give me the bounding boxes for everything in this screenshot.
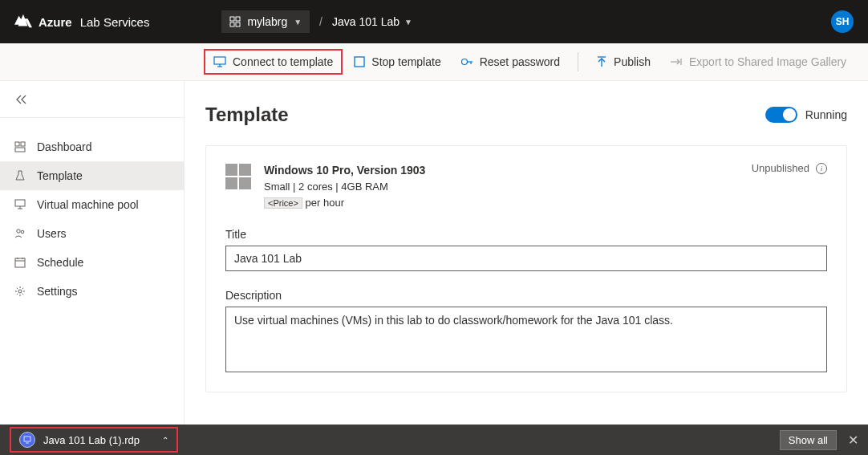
rg-name: mylabrg — [247, 15, 287, 28]
sidebar-item-users[interactable]: Users — [0, 219, 184, 248]
brand-strong: Azure — [39, 15, 72, 29]
publish-button[interactable]: Publish — [588, 51, 659, 73]
collapse-sidebar-button[interactable] — [0, 81, 184, 118]
users-icon — [14, 228, 27, 239]
sidebar-item-schedule[interactable]: Schedule — [0, 248, 184, 277]
sidebar-item-label: Users — [37, 227, 67, 240]
collapse-icon — [14, 94, 29, 105]
main-content: Template Running Windows 10 Pro, Version… — [185, 81, 868, 425]
close-icon[interactable]: ✕ — [848, 433, 858, 448]
running-toggle-group: Running — [765, 107, 847, 123]
svg-rect-7 — [355, 57, 364, 67]
connect-to-template-button[interactable]: Connect to template — [204, 49, 343, 75]
azure-logo-icon — [14, 14, 32, 30]
reset-password-button[interactable]: Reset password — [452, 51, 568, 73]
export-icon — [670, 57, 683, 67]
sidebar-item-label: Dashboard — [37, 140, 92, 153]
svg-point-27 — [18, 290, 22, 293]
svg-rect-15 — [15, 142, 19, 146]
monitor-icon — [14, 199, 27, 210]
chevron-down-icon: ▼ — [404, 18, 412, 26]
connect-label: Connect to template — [233, 55, 333, 68]
chevron-down-icon: ▼ — [294, 18, 302, 26]
svg-rect-18 — [15, 200, 25, 206]
svg-rect-0 — [230, 17, 234, 21]
gear-icon — [14, 286, 27, 297]
resource-group-selector[interactable]: mylabrg ▼ — [221, 10, 310, 33]
reset-label: Reset password — [480, 55, 560, 68]
svg-point-21 — [17, 230, 20, 233]
sidebar-item-label: Settings — [37, 285, 78, 298]
svg-rect-4 — [214, 57, 225, 64]
avatar[interactable]: SH — [831, 10, 854, 33]
running-toggle[interactable] — [765, 107, 797, 123]
stop-template-button[interactable]: Stop template — [346, 51, 448, 73]
price-suffix: per hour — [306, 197, 344, 209]
sidebar-item-settings[interactable]: Settings — [0, 277, 184, 306]
sidebar-item-label: Template — [37, 169, 83, 182]
os-title: Windows 10 Pro, Version 1903 — [264, 162, 425, 179]
svg-rect-2 — [230, 22, 234, 26]
title-input[interactable] — [225, 246, 827, 271]
show-all-button[interactable]: Show all — [780, 430, 837, 450]
download-filename: Java 101 Lab (1).rdp — [43, 434, 140, 446]
breadcrumb-separator: / — [319, 15, 322, 28]
publish-icon — [596, 56, 607, 67]
chevron-up-icon[interactable]: ⌃ — [162, 436, 168, 445]
page-title: Template — [205, 104, 289, 126]
svg-rect-3 — [236, 22, 240, 26]
dashboard-icon — [14, 141, 27, 152]
stop-icon — [354, 56, 365, 67]
publish-status: Unpublished — [752, 162, 809, 174]
toggle-label: Running — [805, 108, 847, 121]
sidebar: Dashboard Template Virtual machine pool … — [0, 81, 185, 425]
price-badge: <Price> — [264, 197, 302, 209]
brand: Azure Lab Services — [14, 14, 149, 30]
toolbar-divider — [578, 52, 578, 71]
svg-rect-17 — [15, 148, 25, 152]
flask-icon — [14, 170, 27, 181]
sidebar-item-label: Schedule — [37, 256, 83, 269]
rdp-file-icon — [19, 432, 35, 448]
title-field-label: Title — [225, 228, 827, 241]
info-icon[interactable]: i — [816, 163, 827, 174]
stop-label: Stop template — [371, 55, 440, 68]
sidebar-item-vmpool[interactable]: Virtual machine pool — [0, 190, 184, 219]
svg-rect-28 — [24, 437, 30, 441]
windows-icon — [225, 164, 251, 189]
description-field-label: Description — [225, 289, 827, 302]
monitor-connect-icon — [213, 56, 226, 67]
svg-rect-23 — [15, 258, 25, 267]
lab-selector[interactable]: Java 101 Lab ▼ — [332, 15, 412, 28]
publish-label: Publish — [614, 55, 651, 68]
sidebar-item-template[interactable]: Template — [0, 161, 184, 190]
lab-name: Java 101 Lab — [332, 15, 400, 28]
key-reset-icon — [460, 56, 473, 67]
command-bar: Connect to template Stop template Reset … — [0, 43, 868, 81]
resource-group-icon — [229, 16, 241, 27]
svg-point-22 — [21, 230, 24, 234]
top-header: Azure Lab Services mylabrg ▼ / Java 101 … — [0, 0, 868, 43]
spec-line: Small | 2 cores | 4GB RAM — [264, 179, 425, 195]
svg-point-8 — [461, 59, 467, 65]
export-button: Export to Shared Image Gallery — [662, 51, 854, 73]
download-item[interactable]: Java 101 Lab (1).rdp ⌃ — [10, 427, 178, 453]
breadcrumb: mylabrg ▼ / Java 101 Lab ▼ — [221, 10, 412, 33]
svg-rect-1 — [236, 17, 240, 21]
calendar-icon — [14, 257, 27, 268]
brand-light: Lab Services — [80, 15, 150, 29]
svg-rect-16 — [21, 142, 25, 146]
template-card: Windows 10 Pro, Version 1903 Small | 2 c… — [205, 145, 847, 392]
export-label: Export to Shared Image Gallery — [689, 55, 846, 68]
sidebar-item-dashboard[interactable]: Dashboard — [0, 132, 184, 161]
download-bar: Java 101 Lab (1).rdp ⌃ Show all ✕ — [0, 425, 868, 455]
sidebar-item-label: Virtual machine pool — [37, 198, 139, 211]
description-input[interactable] — [225, 307, 827, 372]
